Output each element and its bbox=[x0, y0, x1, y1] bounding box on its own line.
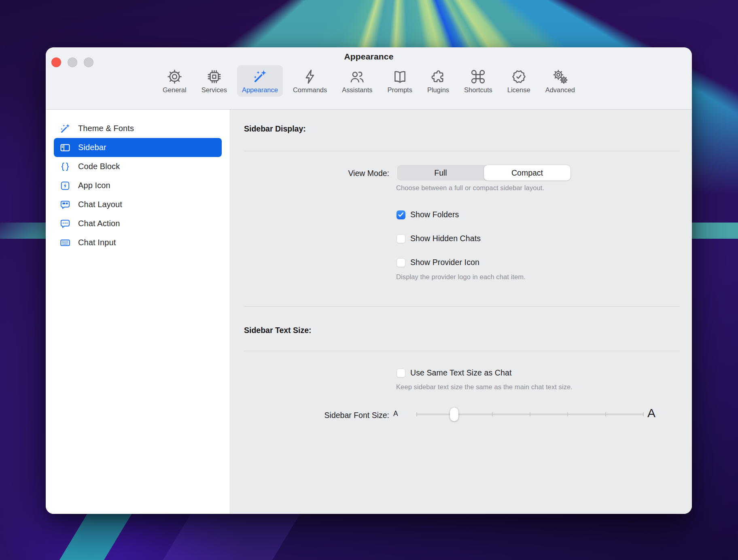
segment-label: Full bbox=[434, 168, 447, 178]
view-mode-option-full[interactable]: Full bbox=[397, 165, 484, 180]
tab-services[interactable]: Services bbox=[197, 65, 232, 97]
people-icon bbox=[349, 68, 365, 85]
sidebar-item-label: Sidebar bbox=[78, 143, 106, 152]
gears-icon bbox=[552, 68, 568, 85]
show-hidden-chats-label: Show Hidden Chats bbox=[410, 234, 481, 243]
sidebar-item-label: Chat Layout bbox=[78, 200, 122, 209]
view-mode-option-compact[interactable]: Compact bbox=[484, 165, 570, 180]
slider-tick bbox=[643, 412, 644, 416]
show-provider-icon-checkbox[interactable] bbox=[397, 258, 405, 267]
show-hidden-chats-checkbox[interactable] bbox=[397, 234, 405, 243]
tab-advanced[interactable]: Advanced bbox=[541, 65, 580, 97]
sidebar-item-label: Theme & Fonts bbox=[78, 124, 134, 133]
settings-content: Sidebar Display: View Mode: Full Compact… bbox=[231, 110, 692, 514]
same-text-size-checkbox[interactable] bbox=[397, 369, 405, 378]
tab-prompts[interactable]: Prompts bbox=[383, 65, 417, 97]
segment-label: Compact bbox=[511, 168, 543, 178]
tab-label: Services bbox=[201, 86, 227, 94]
divider bbox=[244, 151, 680, 151]
command-icon bbox=[470, 68, 486, 85]
sidebar-item-label: Chat Action bbox=[78, 219, 120, 228]
show-folders-label: Show Folders bbox=[410, 210, 459, 219]
font-size-label: Sidebar Font Size: bbox=[231, 411, 389, 420]
show-provider-icon-row: Show Provider Icon bbox=[397, 258, 479, 267]
sidebar-item-sidebar[interactable]: Sidebar bbox=[54, 138, 222, 157]
tab-plugins[interactable]: Plugins bbox=[422, 65, 454, 97]
sidebar-item-chat-input[interactable]: Chat Input bbox=[54, 233, 222, 252]
sidebar-item-label: Code Block bbox=[78, 162, 120, 171]
tab-assistants[interactable]: Assistants bbox=[337, 65, 377, 97]
sidebar-item-label: App Icon bbox=[78, 181, 110, 190]
desktop-wallpaper: Appearance General Services bbox=[0, 0, 738, 560]
check-icon bbox=[397, 210, 405, 219]
tab-label: License bbox=[507, 86, 530, 94]
sidebar-item-chat-layout[interactable]: Chat Layout bbox=[54, 195, 222, 214]
tab-label: Shortcuts bbox=[464, 86, 492, 94]
tab-commands[interactable]: Commands bbox=[288, 65, 332, 97]
tab-appearance[interactable]: Appearance bbox=[237, 65, 283, 97]
chat-dots-icon bbox=[59, 218, 71, 230]
view-mode-label: View Mode: bbox=[231, 169, 389, 178]
section-title-sidebar-text-size: Sidebar Text Size: bbox=[244, 326, 312, 335]
gear-icon bbox=[166, 68, 183, 85]
sidebar-list: Theme & Fonts Sidebar Code Block bbox=[46, 119, 230, 252]
same-text-size-row: Use Same Text Size as Chat bbox=[397, 368, 511, 378]
tab-license[interactable]: License bbox=[503, 65, 535, 97]
show-hidden-chats-row: Show Hidden Chats bbox=[397, 234, 481, 243]
slider-tick bbox=[416, 412, 417, 416]
settings-sidebar: Theme & Fonts Sidebar Code Block bbox=[46, 110, 230, 514]
chat-layout-icon bbox=[59, 199, 71, 211]
wand-icon bbox=[59, 123, 71, 135]
puzzle-icon bbox=[430, 68, 447, 85]
same-text-size-help: Keep sidebar text size the same as the m… bbox=[396, 383, 573, 391]
tab-label: Plugins bbox=[427, 86, 449, 94]
divider bbox=[244, 306, 680, 307]
book-icon bbox=[392, 68, 408, 85]
slider-tick bbox=[492, 412, 493, 416]
sidebar-panel-icon bbox=[59, 142, 71, 154]
divider bbox=[244, 351, 680, 351]
slider-thumb[interactable] bbox=[450, 407, 458, 421]
view-mode-segmented-control: Full Compact bbox=[397, 165, 570, 180]
font-size-max-label: A bbox=[647, 406, 655, 420]
bolt-icon bbox=[302, 68, 318, 85]
tab-label: Commands bbox=[293, 86, 327, 94]
sidebar-item-label: Chat Input bbox=[78, 238, 116, 247]
same-text-size-label: Use Same Text Size as Chat bbox=[410, 368, 511, 378]
braces-icon bbox=[59, 161, 71, 173]
tab-label: General bbox=[163, 86, 187, 94]
slider-tick bbox=[567, 412, 568, 416]
sidebar-item-chat-action[interactable]: Chat Action bbox=[54, 214, 222, 233]
tab-general[interactable]: General bbox=[158, 65, 191, 97]
font-size-min-label: A bbox=[393, 409, 398, 418]
wand-icon bbox=[252, 68, 268, 85]
chip-icon bbox=[206, 68, 223, 85]
wallpaper-streak bbox=[156, 511, 301, 560]
show-folders-row: Show Folders bbox=[397, 210, 459, 219]
tab-label: Advanced bbox=[545, 86, 575, 94]
tab-label: Assistants bbox=[342, 86, 372, 94]
tab-label: Prompts bbox=[388, 86, 412, 94]
bolt-square-icon bbox=[59, 180, 71, 192]
settings-window: Appearance General Services bbox=[46, 47, 692, 514]
window-header: Appearance General Services bbox=[46, 47, 692, 110]
sidebar-item-theme-fonts[interactable]: Theme & Fonts bbox=[54, 119, 222, 138]
font-size-slider[interactable] bbox=[416, 407, 643, 421]
show-folders-checkbox[interactable] bbox=[397, 210, 405, 219]
view-mode-help: Choose between a full or compact sidebar… bbox=[396, 184, 544, 192]
tab-label: Appearance bbox=[242, 86, 278, 94]
keyboard-icon bbox=[59, 237, 71, 249]
slider-tick bbox=[605, 412, 606, 416]
sidebar-item-app-icon[interactable]: App Icon bbox=[54, 176, 222, 195]
provider-icon-help: Display the provider logo in each chat i… bbox=[396, 273, 526, 281]
seal-check-icon bbox=[511, 68, 527, 85]
window-title: Appearance bbox=[46, 52, 692, 62]
tab-shortcuts[interactable]: Shortcuts bbox=[459, 65, 497, 97]
settings-toolbar: General Services bbox=[46, 65, 692, 97]
show-provider-icon-label: Show Provider Icon bbox=[410, 258, 479, 267]
section-title-sidebar-display: Sidebar Display: bbox=[244, 124, 306, 134]
slider-tick bbox=[530, 412, 530, 416]
sidebar-item-code-block[interactable]: Code Block bbox=[54, 157, 222, 176]
